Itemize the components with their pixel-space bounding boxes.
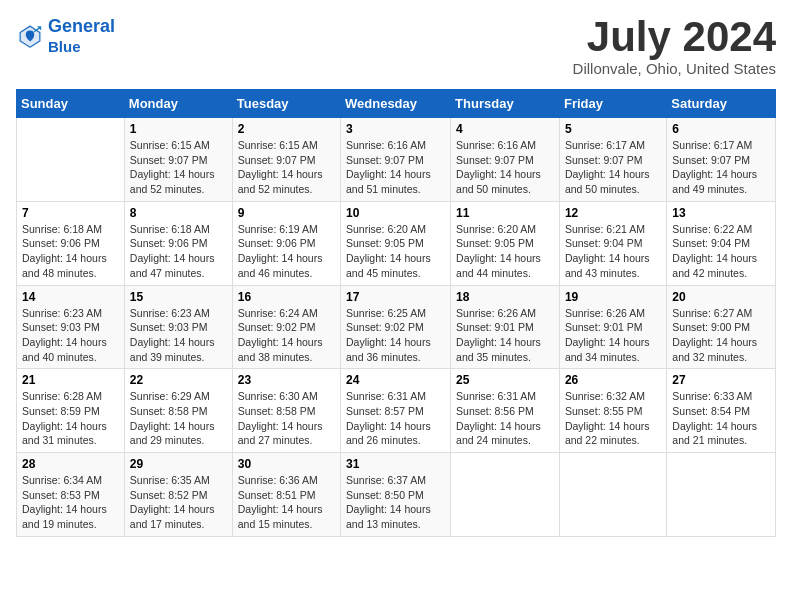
sunrise-text: Sunrise: 6:16 AMSunset: 9:07 PMDaylight:… (456, 139, 541, 195)
logo-icon (16, 22, 44, 50)
sunrise-text: Sunrise: 6:29 AMSunset: 8:58 PMDaylight:… (130, 390, 215, 446)
sunrise-text: Sunrise: 6:37 AMSunset: 8:50 PMDaylight:… (346, 474, 431, 530)
table-row: 20 Sunrise: 6:27 AMSunset: 9:00 PMDaylig… (667, 285, 776, 369)
day-number: 24 (346, 373, 445, 387)
calendar-week-row: 14 Sunrise: 6:23 AMSunset: 9:03 PMDaylig… (17, 285, 776, 369)
table-row: 7 Sunrise: 6:18 AMSunset: 9:06 PMDayligh… (17, 201, 125, 285)
sunrise-text: Sunrise: 6:15 AMSunset: 9:07 PMDaylight:… (238, 139, 323, 195)
calendar-header-row: Sunday Monday Tuesday Wednesday Thursday… (17, 90, 776, 118)
day-number: 4 (456, 122, 554, 136)
day-number: 25 (456, 373, 554, 387)
day-number: 12 (565, 206, 661, 220)
sunrise-text: Sunrise: 6:34 AMSunset: 8:53 PMDaylight:… (22, 474, 107, 530)
calendar-week-row: 28 Sunrise: 6:34 AMSunset: 8:53 PMDaylig… (17, 453, 776, 537)
sunrise-text: Sunrise: 6:22 AMSunset: 9:04 PMDaylight:… (672, 223, 757, 279)
day-number: 27 (672, 373, 770, 387)
table-row: 11 Sunrise: 6:20 AMSunset: 9:05 PMDaylig… (451, 201, 560, 285)
sunrise-text: Sunrise: 6:15 AMSunset: 9:07 PMDaylight:… (130, 139, 215, 195)
day-number: 13 (672, 206, 770, 220)
sunrise-text: Sunrise: 6:20 AMSunset: 9:05 PMDaylight:… (346, 223, 431, 279)
logo: General Blue (16, 16, 115, 56)
day-number: 21 (22, 373, 119, 387)
day-number: 28 (22, 457, 119, 471)
day-number: 22 (130, 373, 227, 387)
table-row: 25 Sunrise: 6:31 AMSunset: 8:56 PMDaylig… (451, 369, 560, 453)
sunrise-text: Sunrise: 6:19 AMSunset: 9:06 PMDaylight:… (238, 223, 323, 279)
sunrise-text: Sunrise: 6:26 AMSunset: 9:01 PMDaylight:… (456, 307, 541, 363)
col-saturday: Saturday (667, 90, 776, 118)
table-row (667, 453, 776, 537)
table-row: 5 Sunrise: 6:17 AMSunset: 9:07 PMDayligh… (559, 118, 666, 202)
sunrise-text: Sunrise: 6:23 AMSunset: 9:03 PMDaylight:… (22, 307, 107, 363)
sunrise-text: Sunrise: 6:23 AMSunset: 9:03 PMDaylight:… (130, 307, 215, 363)
sunrise-text: Sunrise: 6:24 AMSunset: 9:02 PMDaylight:… (238, 307, 323, 363)
sunrise-text: Sunrise: 6:35 AMSunset: 8:52 PMDaylight:… (130, 474, 215, 530)
day-number: 9 (238, 206, 335, 220)
day-number: 2 (238, 122, 335, 136)
table-row: 19 Sunrise: 6:26 AMSunset: 9:01 PMDaylig… (559, 285, 666, 369)
day-number: 5 (565, 122, 661, 136)
day-number: 19 (565, 290, 661, 304)
calendar-table: Sunday Monday Tuesday Wednesday Thursday… (16, 89, 776, 537)
sunrise-text: Sunrise: 6:20 AMSunset: 9:05 PMDaylight:… (456, 223, 541, 279)
day-number: 20 (672, 290, 770, 304)
table-row: 24 Sunrise: 6:31 AMSunset: 8:57 PMDaylig… (341, 369, 451, 453)
day-number: 6 (672, 122, 770, 136)
table-row: 31 Sunrise: 6:37 AMSunset: 8:50 PMDaylig… (341, 453, 451, 537)
table-row: 27 Sunrise: 6:33 AMSunset: 8:54 PMDaylig… (667, 369, 776, 453)
table-row: 26 Sunrise: 6:32 AMSunset: 8:55 PMDaylig… (559, 369, 666, 453)
table-row: 22 Sunrise: 6:29 AMSunset: 8:58 PMDaylig… (124, 369, 232, 453)
table-row: 30 Sunrise: 6:36 AMSunset: 8:51 PMDaylig… (232, 453, 340, 537)
sunrise-text: Sunrise: 6:32 AMSunset: 8:55 PMDaylight:… (565, 390, 650, 446)
sunrise-text: Sunrise: 6:17 AMSunset: 9:07 PMDaylight:… (565, 139, 650, 195)
day-number: 8 (130, 206, 227, 220)
calendar-week-row: 1 Sunrise: 6:15 AMSunset: 9:07 PMDayligh… (17, 118, 776, 202)
day-number: 31 (346, 457, 445, 471)
table-row: 23 Sunrise: 6:30 AMSunset: 8:58 PMDaylig… (232, 369, 340, 453)
calendar-week-row: 7 Sunrise: 6:18 AMSunset: 9:06 PMDayligh… (17, 201, 776, 285)
table-row: 2 Sunrise: 6:15 AMSunset: 9:07 PMDayligh… (232, 118, 340, 202)
table-row: 13 Sunrise: 6:22 AMSunset: 9:04 PMDaylig… (667, 201, 776, 285)
table-row: 4 Sunrise: 6:16 AMSunset: 9:07 PMDayligh… (451, 118, 560, 202)
table-row: 17 Sunrise: 6:25 AMSunset: 9:02 PMDaylig… (341, 285, 451, 369)
table-row: 29 Sunrise: 6:35 AMSunset: 8:52 PMDaylig… (124, 453, 232, 537)
table-row: 6 Sunrise: 6:17 AMSunset: 9:07 PMDayligh… (667, 118, 776, 202)
day-number: 10 (346, 206, 445, 220)
table-row: 10 Sunrise: 6:20 AMSunset: 9:05 PMDaylig… (341, 201, 451, 285)
table-row: 18 Sunrise: 6:26 AMSunset: 9:01 PMDaylig… (451, 285, 560, 369)
table-row: 14 Sunrise: 6:23 AMSunset: 9:03 PMDaylig… (17, 285, 125, 369)
table-row: 3 Sunrise: 6:16 AMSunset: 9:07 PMDayligh… (341, 118, 451, 202)
sunrise-text: Sunrise: 6:36 AMSunset: 8:51 PMDaylight:… (238, 474, 323, 530)
col-wednesday: Wednesday (341, 90, 451, 118)
sunrise-text: Sunrise: 6:16 AMSunset: 9:07 PMDaylight:… (346, 139, 431, 195)
table-row: 9 Sunrise: 6:19 AMSunset: 9:06 PMDayligh… (232, 201, 340, 285)
table-row (451, 453, 560, 537)
title-section: July 2024 Dillonvale, Ohio, United State… (573, 16, 776, 77)
logo-text: General Blue (48, 16, 115, 56)
table-row (17, 118, 125, 202)
table-row: 8 Sunrise: 6:18 AMSunset: 9:06 PMDayligh… (124, 201, 232, 285)
sunrise-text: Sunrise: 6:27 AMSunset: 9:00 PMDaylight:… (672, 307, 757, 363)
day-number: 15 (130, 290, 227, 304)
col-tuesday: Tuesday (232, 90, 340, 118)
table-row: 1 Sunrise: 6:15 AMSunset: 9:07 PMDayligh… (124, 118, 232, 202)
day-number: 26 (565, 373, 661, 387)
sunrise-text: Sunrise: 6:26 AMSunset: 9:01 PMDaylight:… (565, 307, 650, 363)
table-row: 15 Sunrise: 6:23 AMSunset: 9:03 PMDaylig… (124, 285, 232, 369)
day-number: 18 (456, 290, 554, 304)
day-number: 14 (22, 290, 119, 304)
day-number: 1 (130, 122, 227, 136)
day-number: 3 (346, 122, 445, 136)
sunrise-text: Sunrise: 6:25 AMSunset: 9:02 PMDaylight:… (346, 307, 431, 363)
day-number: 11 (456, 206, 554, 220)
col-monday: Monday (124, 90, 232, 118)
day-number: 17 (346, 290, 445, 304)
table-row: 12 Sunrise: 6:21 AMSunset: 9:04 PMDaylig… (559, 201, 666, 285)
day-number: 29 (130, 457, 227, 471)
sunrise-text: Sunrise: 6:30 AMSunset: 8:58 PMDaylight:… (238, 390, 323, 446)
day-number: 16 (238, 290, 335, 304)
day-number: 30 (238, 457, 335, 471)
sunrise-text: Sunrise: 6:28 AMSunset: 8:59 PMDaylight:… (22, 390, 107, 446)
sunrise-text: Sunrise: 6:31 AMSunset: 8:57 PMDaylight:… (346, 390, 431, 446)
location-subtitle: Dillonvale, Ohio, United States (573, 60, 776, 77)
